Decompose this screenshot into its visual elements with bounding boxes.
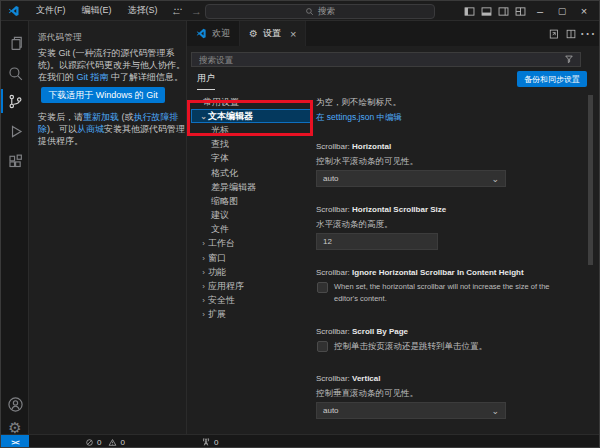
tree-item-4[interactable]: 字体: [191, 152, 312, 166]
scope-tab-user[interactable]: 用户: [197, 72, 215, 90]
tab-settings[interactable]: ⚙设置×: [240, 21, 306, 46]
tab-label: 设置: [263, 27, 281, 40]
checkbox[interactable]: [317, 282, 328, 293]
chevron-right-icon: ›: [199, 310, 208, 319]
titlebar-search[interactable]: 搜索: [205, 4, 435, 19]
setting-title: Scrollbar: Horizontal: [316, 142, 578, 151]
sidebar-link[interactable]: Git 指南: [77, 72, 109, 82]
activitybar-source-control[interactable]: [1, 87, 29, 115]
tree-item-15[interactable]: ›扩展: [191, 308, 312, 322]
problems-status[interactable]: 0 0: [85, 438, 125, 447]
tree-item-8[interactable]: 建议: [191, 209, 312, 223]
setting-description: When set, the horizontal scrollbar will …: [334, 281, 550, 305]
editor-group: 欢迎⚙设置× ⋯ 用户 备份和同步设置 常用设置⌄文本编辑器光标查找字体格式化差…: [187, 21, 600, 434]
sidebar-link[interactable]: 除: [38, 124, 47, 134]
chevron-right-icon: ›: [199, 254, 208, 263]
git-after-line-0: 安装后，请重新加载 (或执行故障排: [38, 111, 179, 123]
tree-item-11[interactable]: ›窗口: [191, 251, 312, 265]
tree-item-13[interactable]: ›应用程序: [191, 279, 312, 293]
red-annotation-box: [187, 100, 313, 136]
tree-item-5[interactable]: 格式化: [191, 166, 312, 180]
scrollbar-thumb[interactable]: [588, 95, 593, 265]
tab-welcome[interactable]: 欢迎: [187, 21, 240, 46]
back-arrow-icon[interactable]: ←: [171, 5, 182, 17]
backup-sync-settings-button[interactable]: 备份和同步设置: [517, 71, 587, 87]
customize-layout-icon[interactable]: [512, 1, 529, 21]
close-button[interactable]: ×: [573, 1, 595, 21]
ports-status[interactable]: 0: [201, 437, 218, 447]
menu-item-1[interactable]: 编辑(E): [76, 2, 118, 19]
radio-tower-icon: [201, 437, 211, 447]
tree-item-6[interactable]: 差异编辑器: [191, 180, 312, 194]
chevron-right-icon: ›: [199, 268, 208, 277]
sidebar-link[interactable]: 从商城: [77, 124, 104, 134]
tree-item-7[interactable]: 缩略图: [191, 194, 312, 208]
nav-history: ← →: [171, 1, 202, 21]
vscode-logo-icon: [8, 5, 20, 17]
rulers-description-tail: 为空，则不绘制标尺。: [316, 97, 401, 109]
tree-item-label: 查找: [211, 138, 229, 151]
setting-number-input[interactable]: [316, 233, 438, 250]
setting-description: 控制垂直滚动条的可见性。: [316, 387, 418, 399]
setting-description: 控制单击按页滚动还是跳转到单击位置。: [334, 340, 487, 352]
open-settings-json-icon[interactable]: [545, 24, 562, 44]
tree-item-10[interactable]: ›工作台: [191, 237, 312, 251]
maximize-button[interactable]: ▢: [551, 1, 573, 21]
tree-item-label: 工作台: [208, 237, 235, 250]
setting-description: 控制水平滚动条的可见性。: [316, 155, 418, 167]
minimize-button[interactable]: –: [529, 1, 551, 21]
tree-item-9[interactable]: 文件: [191, 223, 312, 237]
tree-item-12[interactable]: ›功能: [191, 265, 312, 279]
tree-item-label: 字体: [211, 152, 229, 165]
search-icon: [305, 7, 314, 16]
menu-item-0[interactable]: 文件(F): [30, 2, 72, 19]
toggle-panel-icon[interactable]: [478, 1, 495, 21]
titlebar-search-placeholder: 搜索: [318, 6, 335, 18]
git-after-line-2: 提供程序。: [38, 135, 83, 147]
sidebar-link[interactable]: 执行故障排: [134, 112, 179, 122]
ports-count: 0: [214, 438, 218, 447]
chevron-right-icon: ›: [199, 296, 208, 305]
sidebar-link[interactable]: 重新加载: [83, 112, 119, 122]
close-tab-icon[interactable]: ×: [290, 28, 296, 40]
chevron-down-icon: ⌄: [491, 406, 499, 416]
tree-item-14[interactable]: ›安全性: [191, 294, 312, 308]
setting-section-0: Scrollbar: Horizontal控制水平滚动条的可见性。auto⌄: [316, 142, 578, 151]
editor-actions: ⋯: [545, 21, 596, 46]
git-after-line-1: 除)。可以从商城安装其他源代码管理: [38, 123, 185, 135]
sidebar-title: 源代码管理: [38, 32, 82, 44]
activitybar-search[interactable]: [1, 59, 29, 87]
activity-bar: ⚙: [1, 21, 29, 434]
filter-funnel-icon[interactable]: [564, 54, 575, 65]
remote-indicator[interactable]: ><: [1, 435, 29, 448]
setting-dropdown[interactable]: auto⌄: [316, 402, 506, 419]
settings-search-input[interactable]: [192, 55, 564, 65]
setting-section-2: Scrollbar: Ignore Horizontal Scrollbar I…: [316, 268, 578, 277]
status-bar: >< 0 0 0: [1, 434, 599, 448]
git-intro-line-1: 统)。以跟踪代码更改并与他人协作。: [38, 59, 185, 71]
setting-title: Scrollbar: Scroll By Page: [316, 327, 578, 336]
activitybar-extensions[interactable]: [1, 147, 29, 175]
error-count: 0: [97, 438, 101, 447]
edit-in-settings-json-link[interactable]: 在 settings.json 中编辑: [316, 112, 402, 124]
activitybar-run-debug[interactable]: [1, 117, 29, 145]
vscode-window: 文件(F)编辑(E)选择(S)⋯ ← → 搜索 –▢× ⚙ 源代码管理 安装 G…: [0, 0, 600, 448]
more-actions-icon[interactable]: ⋯: [579, 24, 596, 44]
split-editor-icon[interactable]: [562, 24, 579, 44]
setting-dropdown[interactable]: auto⌄: [316, 170, 506, 187]
setting-section-3: Scrollbar: Scroll By Page控制单击按页滚动还是跳转到单击…: [316, 327, 578, 336]
forward-arrow-icon[interactable]: →: [191, 5, 202, 17]
toggle-sidebar-icon[interactable]: [461, 1, 478, 21]
tree-item-label: 格式化: [211, 167, 238, 180]
menu-item-2[interactable]: 选择(S): [122, 2, 164, 19]
toggle-secondary-sidebar-icon[interactable]: [495, 1, 512, 21]
checkbox[interactable]: [317, 341, 328, 352]
activitybar-explorer[interactable]: [1, 29, 29, 57]
tree-item-3[interactable]: 查找: [191, 138, 312, 152]
tree-item-label: 建议: [211, 209, 229, 222]
settings-search-box: [191, 52, 581, 67]
tree-item-label: 差异编辑器: [211, 181, 256, 194]
setting-section-4: Scrollbar: Vertical控制垂直滚动条的可见性。auto⌄: [316, 374, 578, 383]
tree-item-label: 窗口: [208, 252, 226, 265]
download-git-button[interactable]: 下载适用于 Windows 的 Git: [41, 87, 165, 103]
